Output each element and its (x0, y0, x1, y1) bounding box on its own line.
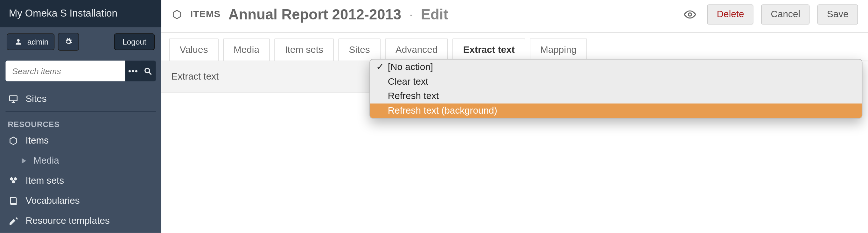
nav-separator (5, 111, 156, 112)
nav-item-sets[interactable]: Item sets (0, 171, 161, 191)
eye-icon (684, 8, 696, 20)
nav-label: Item sets (26, 175, 64, 186)
search-icon (144, 66, 153, 76)
nav-label: Sites (26, 94, 46, 105)
nav-sites[interactable]: Sites (0, 89, 161, 109)
main-content: ITEMS Annual Report 2012-2013 · Edit Del… (161, 0, 868, 233)
view-button[interactable] (681, 5, 700, 24)
gear-icon (63, 36, 74, 48)
tab-extract-text[interactable]: Extract text (453, 38, 525, 61)
nav-label: Media (33, 155, 59, 167)
dropdown-option-refresh-text[interactable]: Refresh text (370, 89, 862, 104)
svg-line-5 (149, 72, 151, 74)
cubes-icon (8, 175, 19, 186)
tab-item-sets[interactable]: Item sets (274, 38, 334, 61)
title-separator: · (409, 6, 413, 23)
tab-advanced[interactable]: Advanced (385, 38, 448, 61)
svg-point-4 (145, 68, 150, 72)
svg-point-3 (135, 70, 137, 72)
nav-items[interactable]: Items (0, 131, 161, 151)
cube-icon (172, 9, 183, 20)
option-label: Refresh text (background) (388, 105, 497, 117)
nav-heading-resources: RESOURCES (0, 114, 161, 130)
check-icon: ✓ (375, 61, 384, 73)
dropdown-option-clear-text[interactable]: Clear text (370, 75, 862, 89)
username: admin (27, 37, 49, 46)
svg-point-2 (132, 70, 134, 72)
logout-button[interactable]: Logout (114, 33, 155, 50)
extract-text-label: Extract text (161, 61, 369, 93)
user-bar: admin Logout (0, 27, 161, 56)
user-settings-button[interactable] (58, 33, 79, 51)
save-button[interactable]: Save (817, 4, 858, 25)
tab-values[interactable]: Values (169, 38, 219, 61)
tab-media[interactable]: Media (223, 38, 270, 61)
search-bar (0, 56, 161, 89)
delete-button[interactable]: Delete (707, 4, 753, 25)
svg-point-0 (17, 39, 20, 42)
caret-right-icon (21, 155, 26, 167)
nav-media[interactable]: Media (0, 151, 161, 171)
book-icon (8, 196, 19, 207)
extract-text-field: ✓ [No action] Clear text Refresh text Re… (369, 61, 868, 64)
ellipsis-icon (128, 69, 138, 72)
svg-point-1 (128, 70, 131, 72)
extract-text-dropdown[interactable]: ✓ [No action] Clear text Refresh text Re… (369, 59, 862, 118)
nav-label: Vocabularies (26, 196, 80, 207)
tab-mapping[interactable]: Mapping (530, 38, 587, 61)
edit-icon (8, 215, 19, 227)
nav-label: Items (26, 135, 49, 146)
cancel-button[interactable]: Cancel (762, 4, 810, 25)
svg-rect-6 (9, 96, 17, 101)
tab-sites[interactable]: Sites (338, 38, 380, 61)
option-label: [No action] (388, 61, 433, 72)
breadcrumb[interactable]: ITEMS (190, 9, 220, 20)
option-label: Clear text (388, 77, 428, 88)
search-input[interactable] (5, 61, 125, 82)
tabs: Values Media Item sets Sites Advanced Ex… (161, 33, 868, 61)
monitor-icon (8, 94, 19, 105)
option-label: Refresh text (388, 91, 439, 102)
dropdown-option-refresh-text-bg[interactable]: Refresh text (background) (370, 104, 862, 118)
extract-text-row: Extract text ✓ [No action] Clear text Re… (161, 61, 868, 93)
page-mode: Edit (421, 6, 448, 23)
cube-icon (8, 135, 19, 146)
user-icon (13, 36, 24, 48)
dropdown-option-no-action[interactable]: ✓ [No action] (370, 60, 862, 75)
page-title: Annual Report 2012-2013 (228, 6, 401, 23)
user-button[interactable]: admin (7, 33, 55, 50)
search-advanced-button[interactable] (125, 61, 140, 82)
nav-label: Resource templates (26, 215, 110, 227)
svg-point-9 (688, 13, 692, 16)
sidebar: My Omeka S Installation admin Logout (0, 0, 161, 233)
title-bar: ITEMS Annual Report 2012-2013 · Edit Del… (161, 0, 868, 29)
nav-vocabularies[interactable]: Vocabularies (0, 191, 161, 211)
install-name[interactable]: My Omeka S Installation (0, 0, 161, 27)
search-submit-button[interactable] (141, 61, 156, 82)
nav-resource-templates[interactable]: Resource templates (0, 211, 161, 231)
